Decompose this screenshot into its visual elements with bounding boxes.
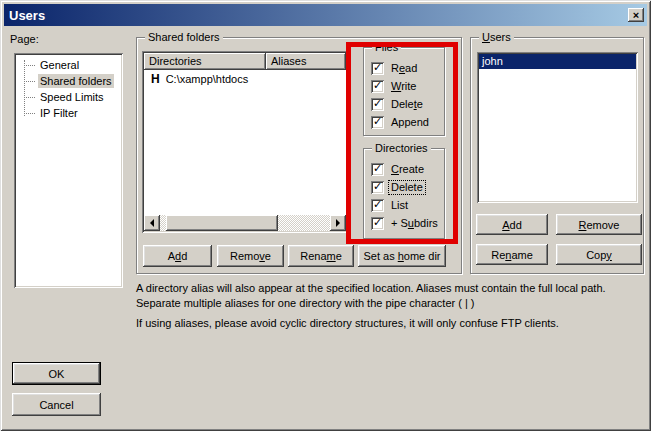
page-item-speed-limits[interactable]: Speed Limits xyxy=(14,89,123,105)
checkmark-icon: ✓ xyxy=(373,181,382,192)
button-label: Remove xyxy=(230,250,271,262)
page-item-general[interactable]: General xyxy=(14,57,123,73)
checkbox-label: Create xyxy=(389,163,426,176)
users-group-label: Users xyxy=(479,31,514,44)
rename-folder-button[interactable]: Rename xyxy=(288,245,354,267)
button-label: Copy xyxy=(586,249,612,261)
list-body: H C:\xampp\htdocs xyxy=(144,70,346,215)
button-label: Add xyxy=(502,219,522,231)
checkbox-dirs-list[interactable]: ✓ List xyxy=(371,198,410,212)
titlebar[interactable]: Users × xyxy=(4,4,647,26)
checkbox-box[interactable]: ✓ xyxy=(371,98,384,111)
users-dialog: Users × Page: General Shared folders Spe… xyxy=(0,0,651,431)
directory-path: C:\xampp\htdocs xyxy=(166,73,249,85)
checkbox-box[interactable]: ✓ xyxy=(371,217,384,230)
checkbox-dirs-create[interactable]: ✓ Create xyxy=(371,162,426,176)
close-button[interactable]: × xyxy=(628,8,644,22)
checkbox-dirs-subdirs[interactable]: ✓ + Subdirs xyxy=(371,216,440,230)
checkbox-box[interactable]: ✓ xyxy=(371,199,384,212)
rename-user-button[interactable]: Rename xyxy=(476,244,548,265)
ok-button[interactable]: OK xyxy=(12,362,101,385)
checkmark-icon: ✓ xyxy=(373,116,382,127)
page-item-ip-filter[interactable]: IP Filter xyxy=(14,105,123,121)
checkbox-files-write[interactable]: ✓ Write xyxy=(371,79,418,93)
checkbox-label: Read xyxy=(389,62,419,75)
checkmark-icon: ✓ xyxy=(373,62,382,73)
files-group-label: Files xyxy=(372,41,401,54)
scroll-right-button[interactable] xyxy=(330,215,346,231)
users-list[interactable]: john xyxy=(477,52,638,203)
checkbox-box[interactable]: ✓ xyxy=(371,163,384,176)
files-permissions-group: Files ✓ Read ✓ Write ✓ Delete ✓ Append xyxy=(363,47,445,136)
horizontal-scrollbar[interactable] xyxy=(144,215,346,231)
checkbox-box[interactable]: ✓ xyxy=(371,80,384,93)
checkmark-icon: ✓ xyxy=(373,199,382,210)
left-arrow-icon xyxy=(150,219,154,227)
alias-notes: A directory alias will also appear at th… xyxy=(136,281,648,336)
checkmark-icon: ✓ xyxy=(373,80,382,91)
column-header-directories[interactable]: Directories xyxy=(144,53,266,70)
button-label: OK xyxy=(49,368,65,380)
checkbox-label: + Subdirs xyxy=(389,217,440,230)
directories-group-label: Directories xyxy=(372,142,431,155)
checkbox-files-read[interactable]: ✓ Read xyxy=(371,61,419,75)
checkmark-icon: ✓ xyxy=(373,163,382,174)
button-label: Rename xyxy=(300,250,342,262)
remove-user-button[interactable]: Remove xyxy=(556,214,642,235)
checkbox-files-delete[interactable]: ✓ Delete xyxy=(371,97,425,111)
list-header: Directories Aliases xyxy=(144,53,346,70)
checkmark-icon: ✓ xyxy=(373,98,382,109)
right-arrow-icon xyxy=(336,219,340,227)
note-alias: A directory alias will also appear at th… xyxy=(136,281,648,311)
button-label: Rename xyxy=(491,249,533,261)
button-label: Add xyxy=(168,250,188,262)
window-title: Users xyxy=(4,8,45,23)
checkbox-dirs-delete[interactable]: ✓ Delete xyxy=(371,180,425,194)
user-item-john[interactable]: john xyxy=(479,54,636,69)
checkbox-label: Write xyxy=(389,80,418,93)
add-user-button[interactable]: Add xyxy=(476,214,548,235)
checkbox-box[interactable]: ✓ xyxy=(371,62,384,75)
checkbox-files-append[interactable]: ✓ Append xyxy=(371,115,431,129)
column-header-aliases[interactable]: Aliases xyxy=(266,53,346,70)
page-item-label: Speed Limits xyxy=(38,90,106,104)
shared-folder-row[interactable]: H C:\xampp\htdocs xyxy=(144,71,346,87)
checkbox-label: List xyxy=(389,199,410,212)
page-item-label: IP Filter xyxy=(38,106,80,120)
checkmark-icon: ✓ xyxy=(373,217,382,228)
shared-folders-group-label: Shared folders xyxy=(145,31,223,44)
page-item-shared-folders[interactable]: Shared folders xyxy=(14,73,123,89)
checkbox-box[interactable]: ✓ xyxy=(371,181,384,194)
set-as-home-dir-button[interactable]: Set as home dir xyxy=(358,245,446,267)
close-icon: × xyxy=(633,9,639,21)
page-item-label: Shared folders xyxy=(38,74,114,88)
directories-permissions-group: Directories ✓ Create ✓ Delete ✓ List ✓ +… xyxy=(363,148,445,239)
home-flag: H xyxy=(151,72,160,86)
page-list[interactable]: General Shared folders Speed Limits IP F… xyxy=(14,53,123,288)
button-label: Set as home dir xyxy=(363,250,440,262)
scrollbar-track[interactable] xyxy=(160,215,330,231)
checkbox-label: Delete xyxy=(389,181,425,194)
page-label: Page: xyxy=(10,33,39,45)
remove-folder-button[interactable]: Remove xyxy=(217,245,284,267)
page-item-label: General xyxy=(38,58,81,72)
add-folder-button[interactable]: Add xyxy=(143,245,212,267)
button-label: Cancel xyxy=(39,399,73,411)
scroll-left-button[interactable] xyxy=(144,215,160,231)
cancel-button[interactable]: Cancel xyxy=(12,393,101,416)
checkbox-label: Delete xyxy=(389,98,425,111)
checkbox-label: Append xyxy=(389,116,431,129)
copy-user-button[interactable]: Copy xyxy=(556,244,642,265)
scrollbar-thumb[interactable] xyxy=(166,215,278,231)
button-label: Remove xyxy=(579,219,620,231)
checkbox-box[interactable]: ✓ xyxy=(371,116,384,129)
note-cyclic: If using aliases, please avoid cyclic di… xyxy=(136,316,648,331)
shared-folders-list[interactable]: Directories Aliases H C:\xampp\htdocs xyxy=(142,51,348,233)
user-name: john xyxy=(482,55,503,67)
